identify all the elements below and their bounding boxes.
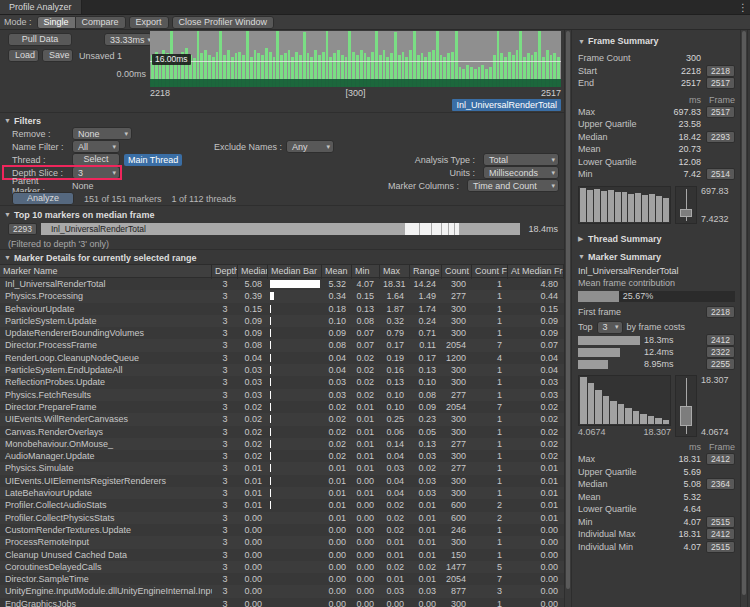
selected-marker-label[interactable]: Inl_UniversalRenderTotal <box>452 99 561 111</box>
summary-row: Max18.312412 <box>578 453 735 466</box>
depth-slice-dropdown[interactable]: 3 ▾ <box>72 166 120 179</box>
frame-button[interactable]: 2322 <box>706 346 735 358</box>
table-row[interactable]: RenderLoop.CleanupNodeQueue30.040.040.02… <box>0 352 564 364</box>
top10-header[interactable]: ▼ Top 10 markers on median frame <box>0 208 564 221</box>
table-row[interactable]: BehaviourUpdate30.150.180.131.871.743001… <box>0 303 564 315</box>
column-header[interactable]: Median <box>238 265 268 279</box>
median-frame-button[interactable]: 2293 <box>8 223 37 235</box>
thread-select-button[interactable]: Select <box>72 153 120 166</box>
axis-min-label: 4.0674 <box>578 427 606 437</box>
remove-dropdown[interactable]: None ▾ <box>72 127 132 140</box>
column-header[interactable]: Depth <box>212 265 238 279</box>
marker-summary-header[interactable]: ▼ Marker Summary <box>578 250 735 264</box>
frame-button[interactable]: 2514 <box>706 168 735 180</box>
pull-data-button[interactable]: Pull Data <box>8 33 72 46</box>
export-button[interactable]: Export <box>129 16 169 29</box>
frame-button[interactable]: 2255 <box>706 358 735 370</box>
table-row[interactable]: Cleanup Unused Cached Data30.000.000.000… <box>0 549 564 561</box>
column-header[interactable]: At Median Frame <box>508 265 564 279</box>
histogram-bar <box>608 190 614 221</box>
right-panel-scrollbar[interactable] <box>740 30 748 607</box>
table-row[interactable]: UIEvents.UIElementsRegisterRenderers30.0… <box>0 475 564 487</box>
table-row[interactable]: CoroutinesDelayedCalls30.000.000.000.020… <box>0 561 564 573</box>
analysis-type-value: Total <box>489 155 508 165</box>
frame-button[interactable]: 2412 <box>706 453 735 465</box>
name-filter-dropdown[interactable]: All ▾ <box>72 140 120 153</box>
frame-time-chart[interactable]: 16.00ms <box>150 31 561 87</box>
table-row[interactable]: Director.PrepareFrame30.020.020.010.100.… <box>0 401 564 413</box>
summary-row: End25172517 <box>578 77 735 90</box>
kebab-menu-icon[interactable]: ⋮ <box>736 0 750 14</box>
thread-summary-title: Thread Summary <box>588 234 662 244</box>
column-header[interactable]: Range <box>410 265 442 279</box>
frame-button[interactable]: 2517 <box>706 106 735 118</box>
save-button[interactable]: Save <box>42 49 73 62</box>
table-row[interactable]: UIEvents.WillRenderCanvases30.020.020.01… <box>0 413 564 425</box>
main-thread-chip[interactable]: Main Thread <box>124 154 182 166</box>
table-row[interactable]: Physics.Processing30.390.340.151.641.492… <box>0 290 564 302</box>
chart-scale-dropdown[interactable]: 33.33ms ▾ <box>104 33 152 46</box>
table-row[interactable]: ParticleSystem.EndUpdateAll30.030.040.02… <box>0 364 564 376</box>
close-profiler-window-button[interactable]: Close Profiler Window <box>172 16 275 29</box>
scrollbar-thumb[interactable] <box>742 31 746 595</box>
tab-profile-analyzer[interactable]: Profile Analyzer <box>0 0 82 14</box>
marker-summary-histogram[interactable] <box>578 375 671 426</box>
units-dropdown[interactable]: Milliseconds ▾ <box>483 166 559 179</box>
table-row[interactable]: Profiler.CollectAudioStats30.010.010.000… <box>0 499 564 511</box>
analysis-type-dropdown[interactable]: Total ▾ <box>483 153 559 166</box>
contribution-bar: 25.67% <box>578 291 735 302</box>
table-row[interactable]: Director.SampleTime30.000.000.000.010.01… <box>0 573 564 585</box>
column-header[interactable]: Marker Name <box>0 265 212 279</box>
frame-button[interactable]: 2412 <box>706 528 735 540</box>
frame-button[interactable]: 2293 <box>706 131 735 143</box>
frame-summary-histogram[interactable] <box>578 186 671 224</box>
table-row[interactable]: ProcessRemoteInput30.000.000.000.010.013… <box>0 536 564 548</box>
top10-bar[interactable]: Inl_UniversalRenderTotal <box>41 223 520 235</box>
top-n-dropdown[interactable]: 3 ▾ <box>597 321 623 334</box>
table-row[interactable]: Profiler.CollectPhysicsStats30.000.010.0… <box>0 512 564 524</box>
table-row[interactable]: Monobehaviour.OnMouse_30.020.020.010.140… <box>0 438 564 450</box>
frame-button[interactable]: 2515 <box>706 516 735 528</box>
table-row[interactable]: CustomRenderTextures.Update30.000.000.00… <box>0 524 564 536</box>
table-row[interactable]: Director.ProcessFrame30.080.080.070.170.… <box>0 339 564 351</box>
first-frame-button[interactable]: 2218 <box>706 306 735 318</box>
frame-button[interactable]: 2515 <box>706 541 735 553</box>
table-row[interactable]: Canvas.RenderOverlays30.020.020.010.060.… <box>0 426 564 438</box>
scrollbar-thumb[interactable] <box>566 31 570 589</box>
exclude-names-label: Exclude Names : <box>214 142 282 152</box>
table-row[interactable]: AudioManager.Update30.020.020.010.040.03… <box>0 450 564 462</box>
table-row[interactable]: UnityEngine.InputModule.dllUnityEngineIn… <box>0 585 564 597</box>
load-button[interactable]: Load <box>8 49 39 62</box>
frame-summary-header[interactable]: ▼ Frame Summary <box>578 34 735 48</box>
table-row[interactable]: EndGraphicsJobs30.000.000.000.000.003001… <box>0 598 564 607</box>
table-row[interactable]: LateBehaviourUpdate30.010.010.010.040.03… <box>0 487 564 499</box>
filters-header[interactable]: ▼ Filters <box>0 114 564 127</box>
main-toolbar: Mode : Single Compare Export Close Profi… <box>0 15 750 30</box>
analyze-button[interactable]: Analyze <box>12 192 74 205</box>
column-header[interactable]: Min <box>352 265 380 279</box>
column-header[interactable]: Median Bar <box>268 265 322 279</box>
table-row[interactable]: UpdateRendererBoundingVolumes30.090.090.… <box>0 327 564 339</box>
column-header[interactable]: Count <box>442 265 472 279</box>
table-row[interactable]: Inl_UniversalRenderTotal35.085.324.0718.… <box>0 278 564 290</box>
histogram-bar <box>649 194 655 221</box>
table-row[interactable]: ParticleSystem.Update30.090.100.080.320.… <box>0 315 564 327</box>
table-row[interactable]: Physics.FetchResults30.030.030.020.100.0… <box>0 389 564 401</box>
frame-button[interactable]: 2517 <box>706 77 735 89</box>
table-row[interactable]: ReflectionProbes.Update30.030.030.020.13… <box>0 376 564 388</box>
marker-details-header[interactable]: ▼ Marker Details for currently selected … <box>0 251 564 264</box>
column-header[interactable]: Mean <box>322 265 352 279</box>
table-row[interactable]: Physics.Simulate30.010.010.010.030.02277… <box>0 462 564 474</box>
exclude-names-dropdown[interactable]: Any ▾ <box>286 140 334 153</box>
column-header[interactable]: Count Frame <box>472 265 508 279</box>
frame-button[interactable]: 2218 <box>706 65 735 77</box>
remove-label: Remove : <box>12 129 68 139</box>
frame-button[interactable]: 2364 <box>706 478 735 490</box>
mode-compare-button[interactable]: Compare <box>75 16 126 29</box>
marker-columns-dropdown[interactable]: Time and Count ▾ <box>467 179 559 192</box>
left-panel-scrollbar[interactable] <box>564 30 572 607</box>
mode-single-button[interactable]: Single <box>37 16 76 29</box>
column-header[interactable]: Max <box>380 265 410 279</box>
thread-summary-header[interactable]: ▶ Thread Summary <box>578 232 735 246</box>
frame-button[interactable]: 2412 <box>706 334 735 346</box>
